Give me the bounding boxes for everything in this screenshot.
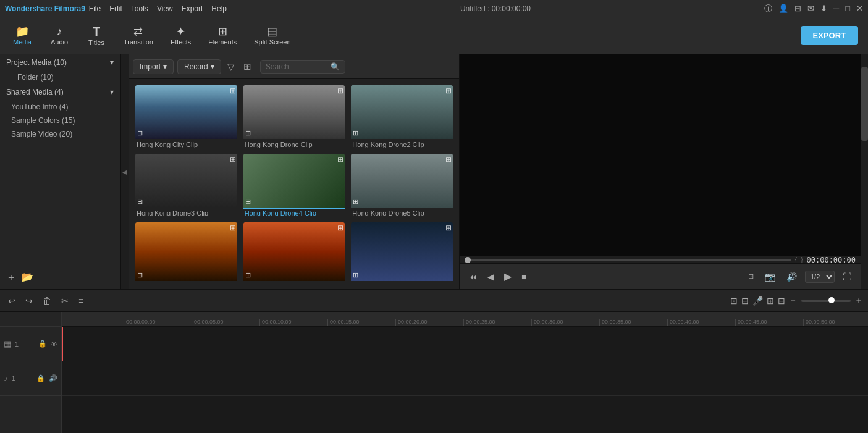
video-track-row[interactable]: [62, 327, 868, 361]
thumb-add-button-9[interactable]: ⊞: [353, 271, 358, 279]
play-button[interactable]: ▶: [501, 269, 515, 284]
shared-media-header[interactable]: Shared Media (4) ▾: [0, 84, 120, 100]
media-card-2[interactable]: ⊞ ⊞ Hong Kong Drone Clip: [243, 85, 345, 148]
menu-help[interactable]: Help: [211, 4, 227, 13]
thumb-add-button-7[interactable]: ⊞: [137, 271, 143, 279]
toolbar-audio[interactable]: ♪ Audio: [41, 23, 78, 48]
cut-button[interactable]: ✂: [58, 294, 72, 308]
layout-icon[interactable]: ⊟: [794, 4, 801, 13]
audio-track-lock[interactable]: 🔒: [36, 374, 45, 382]
audio-track-row[interactable]: [62, 361, 868, 396]
toolbar-media[interactable]: 📁 Media: [4, 23, 41, 48]
timeline-tool2[interactable]: ⊟: [741, 296, 749, 306]
fullscreen-button[interactable]: ⛶: [840, 271, 854, 283]
info-icon[interactable]: ⓘ: [764, 3, 772, 14]
sample-video-item[interactable]: Sample Video (20): [0, 127, 120, 141]
progress-track[interactable]: [465, 259, 791, 261]
media-card-3[interactable]: ⊞ ⊞ Hong Kong Drone2 Clip: [351, 85, 453, 148]
thumb-add-button-1[interactable]: ⊞: [137, 129, 143, 137]
thumb-add-button-5[interactable]: ⊞: [245, 198, 251, 206]
collapse-panel-button[interactable]: ◀: [120, 54, 129, 289]
thumb-add-button-4[interactable]: ⊞: [137, 198, 143, 206]
media-card-4[interactable]: ⊞ ⊞ Hong Kong Drone3 Clip: [135, 154, 237, 216]
delete-button[interactable]: 🗑: [40, 294, 54, 308]
export-button[interactable]: EXPORT: [801, 26, 858, 45]
menu-view[interactable]: View: [157, 4, 173, 13]
media-card-5[interactable]: ⊞ ⊞ Hong Kong Drone4 Clip: [243, 154, 345, 216]
elements-icon: ⊞: [218, 26, 227, 37]
thumb-add-button-2[interactable]: ⊞: [245, 129, 251, 137]
mail-icon[interactable]: ✉: [807, 4, 814, 13]
timeline-tool3[interactable]: 🎤: [752, 296, 763, 306]
audio-button[interactable]: 🔊: [783, 271, 800, 283]
undo-button[interactable]: ↩: [5, 294, 19, 308]
folder-label: Folder (10): [17, 73, 54, 82]
project-media-header[interactable]: Project Media (10) ▾: [0, 54, 120, 70]
new-folder-button[interactable]: 📂: [21, 271, 33, 284]
account-icon[interactable]: 👤: [778, 4, 788, 13]
sample-colors-item[interactable]: Sample Colors (15): [0, 114, 120, 127]
thumb-add-button-8[interactable]: ⊞: [245, 271, 251, 279]
zoom-in-button[interactable]: ＋: [854, 295, 863, 306]
restore-button[interactable]: □: [845, 4, 850, 13]
menu-edit[interactable]: Edit: [109, 4, 122, 13]
toolbar-transition[interactable]: ⇄ Transition: [115, 23, 162, 48]
split-screen-label: Split Screen: [254, 38, 290, 46]
right-scrollbar[interactable]: [861, 54, 868, 289]
thumb-add-button-3[interactable]: ⊞: [353, 129, 358, 137]
search-input[interactable]: [266, 62, 327, 71]
folder-item[interactable]: Folder (10): [0, 70, 120, 84]
youtube-intro-item[interactable]: YouTube Intro (4): [0, 100, 120, 114]
video-track-lock[interactable]: 🔒: [38, 340, 47, 348]
close-button[interactable]: ✕: [856, 4, 863, 13]
step-back-button[interactable]: ⏮: [466, 271, 481, 283]
media-card-7[interactable]: ⊞ ⊞: [135, 222, 237, 283]
toolbar-effects[interactable]: ✦ Effects: [162, 23, 200, 48]
menu-file[interactable]: File: [89, 4, 101, 13]
zoom-slider-thumb[interactable]: [828, 297, 835, 303]
zoom-slider[interactable]: [801, 300, 851, 302]
timeline-tool1[interactable]: ⊡: [730, 296, 738, 306]
quality-select[interactable]: 1/2 1/4 Full: [805, 271, 835, 283]
play-back-button[interactable]: ◀: [484, 271, 497, 283]
add-media-button[interactable]: ＋: [6, 271, 16, 284]
timeline-panel: ↩ ↪ 🗑 ✂ ≡ ⊡ ⊟ 🎤 ⊞ ⊟ － ＋ ▦: [0, 289, 868, 433]
menu-export[interactable]: Export: [182, 4, 203, 13]
record-button[interactable]: Record ▾: [177, 59, 221, 74]
media-card-9[interactable]: ⊞ ⊞: [351, 222, 453, 283]
video-track-visibility[interactable]: 👁: [51, 340, 57, 348]
thumb-add-button-6[interactable]: ⊞: [353, 198, 358, 206]
toolbar-elements[interactable]: ⊞ Elements: [200, 23, 245, 48]
media-card-8[interactable]: ⊞ ⊞: [243, 222, 345, 283]
project-media-label: Project Media (10): [6, 58, 67, 67]
redo-button[interactable]: ↪: [22, 294, 36, 308]
effects-label: Effects: [171, 38, 191, 46]
scrollbar-thumb[interactable]: [861, 67, 868, 141]
fit-to-window-button[interactable]: ⊡: [745, 271, 757, 282]
download-icon[interactable]: ⬇: [820, 4, 827, 13]
minimize-button[interactable]: ─: [833, 4, 839, 13]
menu-tools[interactable]: Tools: [131, 4, 148, 13]
grid-view-button[interactable]: ⊞: [241, 61, 254, 72]
media-thumb-8: ⊞ ⊞: [243, 222, 345, 281]
zoom-out-button[interactable]: －: [789, 295, 798, 306]
stop-button[interactable]: ■: [518, 271, 529, 283]
timeline-content[interactable]: [62, 327, 868, 433]
timeline-tool5[interactable]: ⊟: [778, 296, 785, 306]
media-card-1[interactable]: ⊞ ⊞ Hong Kong City Clip: [135, 85, 237, 148]
adjust-button[interactable]: ≡: [75, 294, 86, 308]
snapshot-button[interactable]: 📷: [762, 271, 778, 283]
filter-button[interactable]: ▽: [225, 61, 237, 72]
playhead[interactable]: [62, 327, 63, 361]
media-label-5: Hong Kong Drone4 Clip: [243, 208, 345, 216]
toolbar-split-screen[interactable]: ▤ Split Screen: [245, 23, 299, 48]
progress-thumb[interactable]: [465, 257, 471, 263]
media-card-6[interactable]: ⊞ ⊞ Hong Kong Drone5 Clip: [351, 154, 453, 216]
search-icon: 🔍: [331, 62, 340, 71]
zoom-slider-area: [801, 300, 851, 302]
audio-track-visibility[interactable]: 🔊: [49, 374, 57, 382]
import-button[interactable]: Import ▾: [133, 59, 174, 74]
toolbar-titles[interactable]: T Titles: [78, 23, 115, 49]
timeline-tool4[interactable]: ⊞: [767, 296, 774, 306]
media-label-1: Hong Kong City Clip: [135, 139, 237, 148]
